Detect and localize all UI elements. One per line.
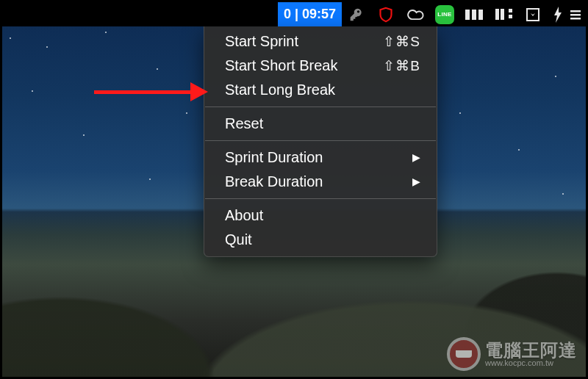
wallpaper-star: [555, 76, 556, 77]
menu-about[interactable]: About: [204, 203, 437, 228]
submenu-arrow-icon: ▶: [412, 148, 420, 167]
submenu-arrow-icon: ▶: [412, 172, 420, 192]
timer-label: 0 | 09:57: [284, 7, 336, 22]
menu-shortcut: ⇧⌘S: [383, 32, 420, 51]
wallpaper-star: [32, 90, 33, 92]
menu-label: Quit: [225, 230, 252, 250]
watermark-text: 電腦王阿達 www.kocpc.com.tw: [485, 341, 577, 368]
timer-menubar-item[interactable]: 0 | 09:57: [278, 2, 342, 26]
watermark: 電腦王阿達 www.kocpc.com.tw: [447, 337, 577, 371]
timer-dropdown-menu: Start Sprint ⇧⌘S Start Short Break ⇧⌘B S…: [204, 26, 437, 257]
menu-icon[interactable]: [568, 2, 583, 26]
menu-label: Start Sprint: [225, 32, 298, 51]
menu-separator: [205, 198, 436, 199]
menu-label: Break Duration: [225, 172, 323, 192]
menu-label: Sprint Duration: [225, 148, 323, 167]
kanban-icon[interactable]: [489, 2, 518, 26]
line-icon[interactable]: LINE: [430, 2, 459, 26]
menu-sprint-duration[interactable]: Sprint Duration ▶: [204, 145, 437, 170]
creative-cloud-icon[interactable]: [401, 2, 430, 26]
menu-start-sprint[interactable]: Start Sprint ⇧⌘S: [204, 29, 437, 54]
wallpaper-star: [105, 32, 107, 33]
menu-separator: [205, 140, 436, 141]
menu-shortcut: ⇧⌘B: [383, 56, 420, 76]
watermark-title: 電腦王阿達: [485, 341, 577, 359]
menu-start-long-break[interactable]: Start Long Break: [204, 78, 437, 102]
watermark-logo-icon: [447, 337, 481, 371]
menu-quit[interactable]: Quit: [204, 228, 437, 252]
shield-icon[interactable]: [371, 2, 401, 26]
wallpaper-star: [518, 149, 520, 151]
wallpaper-star: [10, 37, 11, 39]
screenshot-frame: 0 | 09:57 LINE: [0, 0, 588, 379]
svg-rect-0: [570, 10, 581, 12]
menu-separator: [205, 107, 436, 107]
bolt-icon[interactable]: [548, 2, 568, 26]
line-badge-label: LINE: [435, 5, 454, 24]
svg-rect-1: [570, 14, 581, 16]
disks-icon[interactable]: [459, 2, 489, 26]
menu-break-duration[interactable]: Break Duration ▶: [204, 170, 437, 194]
wallpaper-star: [157, 68, 158, 70]
watermark-url: www.kocpc.com.tw: [485, 359, 577, 368]
download-icon[interactable]: [518, 2, 548, 26]
svg-rect-2: [570, 18, 581, 20]
menu-label: Start Long Break: [225, 80, 335, 100]
macos-menubar: 0 | 09:57 LINE: [2, 2, 586, 26]
wallpaper-star: [459, 112, 461, 114]
wallpaper-star: [46, 46, 48, 48]
menu-start-short-break[interactable]: Start Short Break ⇧⌘B: [204, 54, 437, 78]
wallpaper-star: [83, 134, 85, 136]
key-icon[interactable]: [342, 2, 371, 26]
annotation-arrow: [94, 84, 208, 99]
menu-label: About: [225, 206, 263, 225]
wallpaper-star: [186, 112, 187, 114]
arrow-line: [94, 90, 191, 94]
menu-label: Start Short Break: [225, 56, 337, 76]
menu-label: Reset: [225, 114, 263, 134]
menu-reset[interactable]: Reset: [204, 112, 437, 136]
menubar-tray: LINE: [342, 2, 583, 26]
